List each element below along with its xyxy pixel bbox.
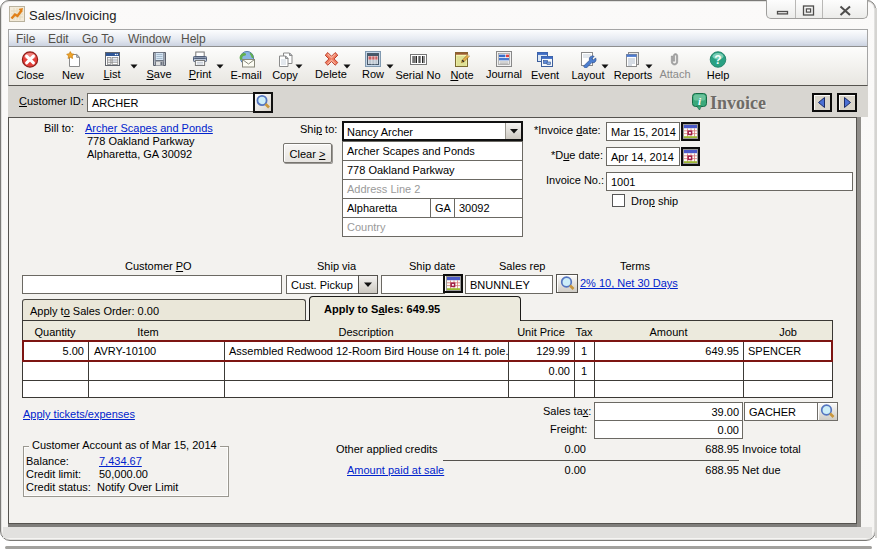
- svg-text:?: ?: [714, 53, 721, 67]
